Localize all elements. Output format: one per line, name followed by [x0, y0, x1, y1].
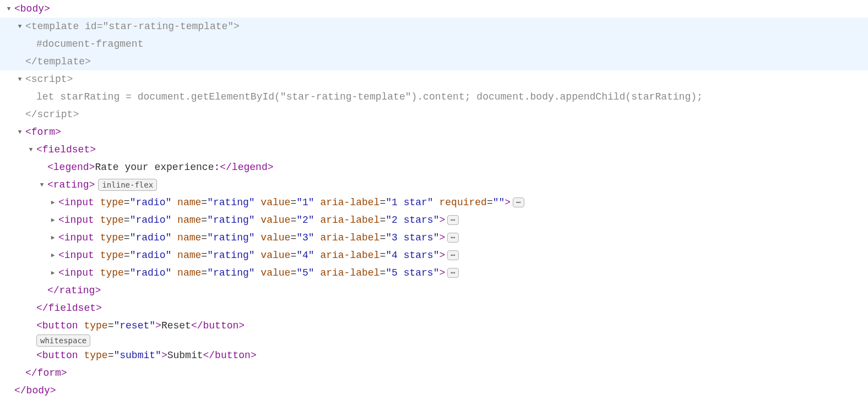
dom-node-template[interactable]: ▼ <template id="star-rating-template"> [0, 18, 868, 35]
tag-template-close: </template> [25, 53, 91, 70]
dom-node-form-close[interactable]: </form> [0, 364, 868, 382]
collapse-arrow-icon[interactable]: ▶ [47, 211, 58, 229]
collapse-arrow-icon[interactable]: ▶ [47, 194, 58, 211]
ellipsis-icon[interactable]: ⋯ [447, 268, 458, 278]
tag-input: <input type="radio" name="rating" value=… [58, 211, 445, 229]
expand-arrow-icon[interactable]: ▼ [14, 18, 25, 35]
dom-node-input[interactable]: ▶ <input type="radio" name="rating" valu… [0, 229, 868, 246]
dom-node-input[interactable]: ▶ <input type="radio" name="rating" valu… [0, 194, 868, 211]
dom-node-input[interactable]: ▶ <input type="radio" name="rating" valu… [0, 246, 868, 264]
tag-input: <input type="radio" name="rating" value=… [58, 246, 445, 264]
tag-form-close: </form> [25, 364, 67, 382]
expand-arrow-icon[interactable]: ▼ [14, 70, 25, 88]
expand-arrow-icon[interactable]: ▼ [14, 123, 25, 141]
dom-node-form[interactable]: ▼ <form> [0, 123, 868, 141]
collapse-arrow-icon[interactable]: ▶ [47, 264, 58, 282]
dom-node-button-reset[interactable]: <button type="reset">Reset</button> [0, 317, 868, 334]
dom-node-script[interactable]: ▼ <script> [0, 70, 868, 88]
tag-script-close: </script> [25, 106, 79, 123]
tag-legend: <legend>Rate your experience:</legend> [47, 158, 273, 176]
tag-template-open: <template id="star-rating-template"> [25, 18, 240, 35]
dom-node-legend[interactable]: <legend>Rate your experience:</legend> [0, 158, 868, 176]
dom-node-template-close[interactable]: </template> [0, 53, 868, 70]
dom-node-input[interactable]: ▶ <input type="radio" name="rating" valu… [0, 264, 868, 282]
tag-input: <input type="radio" name="rating" value=… [58, 264, 445, 282]
dom-node-fieldset-close[interactable]: </fieldset> [0, 299, 868, 317]
collapse-arrow-icon[interactable]: ▶ [47, 246, 58, 264]
ellipsis-icon[interactable]: ⋯ [447, 215, 458, 225]
expand-arrow-icon[interactable]: ▼ [36, 176, 47, 194]
tag-button-submit: <button type="submit">Submit</button> [36, 347, 257, 364]
tag-form-open: <form> [25, 123, 61, 141]
tag-fieldset-open: <fieldset> [36, 141, 96, 158]
dom-node-body-close[interactable]: </body> [0, 382, 868, 399]
ellipsis-icon[interactable]: ⋯ [513, 197, 524, 207]
display-badge: inline-flex [98, 179, 157, 191]
expand-arrow-icon[interactable]: ▼ [25, 141, 36, 158]
whitespace-badge: whitespace [36, 334, 90, 347]
tag-input: <input type="radio" name="rating" value=… [58, 194, 511, 211]
dom-node-script-close[interactable]: </script> [0, 106, 868, 123]
dom-node-button-submit[interactable]: <button type="submit">Submit</button> [0, 347, 868, 364]
document-fragment-label: #document-fragment [36, 35, 143, 53]
ellipsis-icon[interactable]: ⋯ [447, 233, 458, 243]
dom-node-rating[interactable]: ▼ <rating> inline-flex [0, 176, 868, 194]
tag-rating-open: <rating> [47, 176, 95, 194]
ellipsis-icon[interactable]: ⋯ [447, 250, 458, 260]
tag-body-open: <body> [14, 0, 50, 18]
dom-script-content[interactable]: let starRating = document.getElementById… [0, 88, 868, 106]
dom-whitespace-node[interactable]: whitespace [0, 334, 868, 347]
dom-node-fieldset[interactable]: ▼ <fieldset> [0, 141, 868, 158]
tag-fieldset-close: </fieldset> [36, 299, 102, 317]
tag-script-open: <script> [25, 70, 73, 88]
dom-node-input[interactable]: ▶ <input type="radio" name="rating" valu… [0, 211, 868, 229]
dom-node-rating-close[interactable]: </rating> [0, 282, 868, 299]
dom-document-fragment[interactable]: #document-fragment [0, 35, 868, 53]
tag-rating-close: </rating> [47, 282, 101, 299]
tag-input: <input type="radio" name="rating" value=… [58, 229, 445, 246]
collapse-arrow-icon[interactable]: ▶ [47, 229, 58, 246]
tag-body-close: </body> [14, 382, 56, 399]
script-text-content: let starRating = document.getElementById… [36, 88, 703, 106]
tag-button-reset: <button type="reset">Reset</button> [36, 317, 245, 334]
expand-arrow-icon[interactable]: ▼ [3, 0, 14, 18]
dom-node-body[interactable]: ▼ <body> [0, 0, 868, 18]
